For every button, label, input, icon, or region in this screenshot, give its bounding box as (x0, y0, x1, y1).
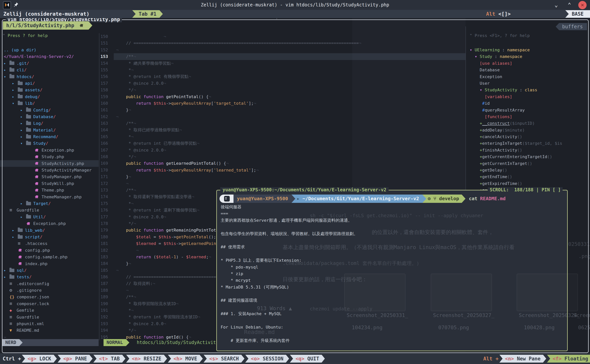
readme-line: === (221, 210, 563, 217)
readme-line (221, 250, 563, 257)
github-icon: ⊙ (428, 196, 430, 201)
maximize-icon[interactable]: ⌃ (568, 1, 571, 8)
zellij-terminal-screen: { "titlebar": { "title": "Zellij (consid… (0, 0, 590, 364)
buffers-label[interactable]: buffers (556, 23, 587, 30)
branch-icon: ⑂ (433, 196, 436, 201)
zellij-keybind-bar: Ctrl + <g> LOCK<p> PANE<t> TAB<n> RESIZE… (0, 353, 590, 364)
readme-line (221, 224, 563, 230)
window-title: Zellij (considerate-muskrat) - vim htdoc… (0, 2, 590, 7)
readme-line: * mcrypt (221, 277, 563, 284)
keybind-session[interactable]: <o> SESSION (245, 355, 289, 363)
zellij-tab-bar: Zellij (considerate-muskrat) Tab #1 Alt … (0, 10, 590, 18)
keybind-new-pane[interactable]: <n> New Pane (499, 355, 546, 363)
keybind-lock[interactable]: <g> LOCK (22, 355, 57, 363)
keybind-search[interactable]: <s> SEARCH (203, 355, 244, 363)
floating-pane-title: yuan@Yuan-XPS-9500:~/Documents/Git/Yuan/… (220, 187, 389, 193)
readme-line (221, 304, 563, 310)
readme-line: ## 建置伺服器環境 (221, 297, 563, 304)
keybind-pane[interactable]: <p> PANE (58, 355, 93, 363)
alt-hint: Alt <[]> (486, 11, 511, 17)
prompt-command: cat (465, 195, 477, 203)
tab-1[interactable]: Tab #1 (132, 10, 163, 18)
ctrl-label: Ctrl + (3, 356, 21, 362)
terminal-icon (220, 195, 234, 203)
readme-line: ### 1. 安裝Apache + MySQL (221, 310, 563, 317)
shell-prompt: yuan@Yuan-XPS-9500 ▸ ~/Documents/Git/Yua… (220, 195, 506, 203)
readme-line: 包含每位學生的學習資料、場地狀況、學習教材。以及處理學習路徑規劃。 (221, 230, 563, 237)
readme-line (221, 330, 563, 337)
readme-line (221, 237, 563, 244)
active-buffer-tab[interactable]: h/l/S/StudyActivity.php (3, 21, 92, 30)
keybind-floating[interactable]: <f> Floating (547, 355, 590, 363)
readme-line (221, 290, 563, 297)
readme-line: 後端伺服器 (221, 204, 563, 210)
readme-line: * zip (221, 270, 563, 277)
readme-line: 主要的東西都放在Server那邊，處理手機客戶端與伺服器資料的溝通。 (221, 217, 563, 224)
session-name: Zellij (considerate-muskrat) (3, 11, 89, 17)
close-icon[interactable]: ✕ (578, 1, 587, 9)
git-branch-segment: ⊙ ⑂ develop (426, 195, 462, 203)
readme-line: * pdo-mysql (221, 264, 563, 270)
scroll-indicator: SCROLL: 188/188 | PIN [ ] (488, 187, 563, 193)
readme-content: 後端伺服器===主要的東西都放在Server那邊，處理手機客戶端與伺服器資料的溝… (221, 204, 563, 344)
readme-line: For Linux Debian, Ubuntu: (221, 324, 563, 330)
php-icon (79, 22, 84, 30)
readme-line: # 更新套件庫、升級系統內套件 (221, 337, 563, 344)
prompt-user-host: yuan@Yuan-XPS-9500 (234, 195, 291, 203)
mode-indicator: BASE (565, 10, 590, 18)
keybind-move[interactable]: <h> MOVE (168, 355, 203, 363)
prompt-path: ▸ ~/Documents/Git/Yuan/E-learning-Server… (295, 195, 422, 203)
keybind-resize[interactable]: <n> RESIZE (126, 355, 167, 363)
alt-label: Alt + (483, 356, 499, 362)
keybind-tab[interactable]: <t> TAB (93, 355, 125, 363)
alt-chip-group: <n> New Pane<f> Floating (499, 355, 590, 363)
ctrl-chip-group: <g> LOCK<p> PANE<t> TAB<n> RESIZE<h> MOV… (21, 355, 325, 363)
readme-line (221, 317, 563, 324)
window-titlebar: Zellij (considerate-muskrat) - vim htdoc… (0, 0, 590, 10)
readme-line: * MariaDB 5.5.31 (可用MySQL) (221, 284, 563, 290)
readme-line: * PHP5.3 以上，需要有以下Extension: (221, 257, 563, 264)
minimize-icon[interactable]: ⌄ (555, 1, 558, 8)
keybind-quit[interactable]: <q> QUIT (290, 355, 325, 363)
readme-line: ## 使用需求 (221, 244, 563, 250)
floating-terminal-pane[interactable]: yuan@Yuan-XPS-9500:~/Documents/Git/Yuan/… (216, 190, 568, 351)
prompt-argument: README.md (477, 195, 506, 203)
